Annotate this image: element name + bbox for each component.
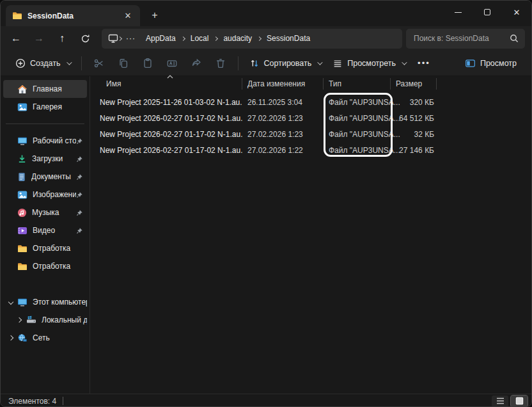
sidebar-item-desktop[interactable]: Рабочий стол — [3, 132, 87, 150]
sidebar-item-downloads[interactable]: Загрузки — [3, 150, 87, 168]
search-placeholder: Поиск в: SessionData — [414, 34, 510, 43]
sidebar-item-music[interactable]: Музыка — [3, 204, 87, 221]
back-button[interactable]: ← — [4, 29, 27, 48]
maximize-button[interactable] — [473, 1, 502, 24]
command-bar: Создать Сортировать Просмотр — [1, 51, 531, 76]
search-input[interactable]: Поиск в: SessionData — [406, 29, 525, 49]
sidebar-item-this-pc[interactable]: Этот компьютер — [3, 293, 87, 311]
rename-button[interactable] — [160, 54, 184, 73]
new-tab-button[interactable]: + — [146, 7, 163, 24]
sidebar-item-otrabotka-2[interactable]: Отработка — [3, 257, 87, 275]
sidebar-item-local-disk[interactable]: Локальный диск — [3, 311, 87, 329]
refresh-button[interactable] — [74, 29, 97, 48]
sort-button[interactable]: Сортировать — [244, 54, 327, 72]
video-icon — [17, 226, 27, 235]
new-button-label: Создать — [30, 59, 61, 68]
breadcrumb-overflow[interactable]: ··· — [121, 34, 140, 43]
more-options-button[interactable]: ••• — [411, 58, 437, 68]
sidebar-item-label: Сеть — [33, 333, 87, 342]
preview-button[interactable]: Просмотр — [459, 54, 522, 72]
file-type: Файл "AUP3UNSA... — [324, 114, 391, 123]
sidebar-item-pictures[interactable]: Изображения — [3, 186, 87, 204]
downloads-icon — [17, 154, 27, 164]
breadcrumb-appdata[interactable]: AppData — [140, 34, 182, 43]
new-button[interactable]: Создать — [10, 54, 76, 72]
pin-icon — [76, 209, 83, 216]
minimize-button[interactable] — [443, 1, 473, 24]
home-icon — [17, 84, 27, 94]
file-date: 27.02.2026 1:23 — [242, 130, 324, 139]
sidebar-item-label: Музыка — [32, 208, 76, 217]
chevron-right-icon[interactable] — [17, 317, 22, 323]
column-header-size[interactable]: Размер — [391, 78, 437, 90]
pin-icon — [76, 173, 83, 180]
sidebar-item-documents[interactable]: Документы — [3, 168, 87, 186]
navigation-bar: ← → ↑ ··· AppData Local audacity Session… — [1, 26, 531, 51]
sidebar-item-gallery[interactable]: Галерея — [3, 98, 87, 116]
breadcrumb-audacity[interactable]: audacity — [217, 34, 258, 43]
sidebar-item-home[interactable]: Главная — [3, 80, 87, 98]
explorer-tab[interactable]: SessionData ✕ — [6, 5, 140, 26]
file-type: Файл "AUP3UNSA... — [324, 146, 391, 155]
sidebar-item-videos[interactable]: Видео — [3, 221, 87, 239]
share-button[interactable] — [184, 54, 208, 73]
view-toggles — [492, 395, 528, 407]
file-name-cell: New Project 2026-02-27 01-17-02 N-1.au..… — [90, 130, 242, 139]
toolbar-divider — [238, 56, 239, 70]
pictures-icon — [17, 190, 27, 200]
up-button[interactable]: ↑ — [51, 29, 74, 48]
column-header-name[interactable]: Имя — [90, 78, 242, 90]
sort-icon — [249, 58, 260, 68]
rename-icon — [166, 58, 178, 69]
sidebar-item-label: Главная — [33, 84, 87, 93]
sidebar-item-label: Этот компьютер — [33, 298, 87, 307]
close-button[interactable]: ✕ — [502, 1, 531, 24]
view-button[interactable]: Просмотреть — [327, 54, 411, 72]
file-name: New Project 2026-02-27 01-17-02 N-1.au..… — [100, 114, 242, 123]
large-icons-view-button[interactable] — [511, 395, 528, 407]
minimize-icon — [455, 12, 462, 13]
file-date: 26.11.2025 3:04 — [242, 98, 324, 107]
file-name: New Project 2026-02-27 01-17-02 N-1.au..… — [100, 130, 242, 139]
cut-icon — [93, 58, 105, 69]
chevron-down-icon[interactable] — [8, 299, 13, 305]
file-row[interactable]: New Project 2026-02-27 01-17-02 N-1.au..… — [90, 142, 531, 158]
column-header-type[interactable]: Тип — [324, 78, 391, 90]
preview-button-label: Просмотр — [480, 59, 517, 68]
documents-icon — [17, 172, 26, 182]
details-view-button[interactable] — [492, 395, 508, 407]
window-controls: ✕ — [443, 1, 531, 24]
search-icon — [510, 34, 519, 43]
tab-close-button[interactable]: ✕ — [121, 9, 135, 23]
large-icons-view-icon — [515, 397, 524, 405]
folder-icon — [17, 262, 27, 271]
sidebar-item-otrabotka-1[interactable]: Отработка — [3, 239, 87, 257]
chevron-right-icon[interactable] — [8, 335, 13, 340]
breadcrumb-sessiondata[interactable]: SessionData — [261, 34, 316, 43]
sidebar: Главная Галерея Рабочий стол Загрузки До… — [1, 76, 90, 394]
disk-icon — [26, 315, 36, 324]
paste-icon — [142, 58, 153, 69]
sidebar-item-network[interactable]: Сеть — [3, 329, 87, 347]
delete-button[interactable] — [208, 54, 233, 73]
file-date: 27.02.2026 1:22 — [242, 146, 324, 155]
copy-button[interactable] — [111, 54, 136, 73]
pin-icon — [76, 191, 83, 198]
cut-button[interactable] — [87, 54, 111, 73]
forward-button[interactable]: → — [27, 29, 51, 48]
file-name-cell: New Project 2026-02-27 01-17-02 N-1.au..… — [90, 146, 242, 155]
file-row[interactable]: New Project 2025-11-26 01-03-02 N-1.au..… — [90, 94, 531, 110]
column-header-date[interactable]: Дата изменения — [242, 78, 324, 90]
trash-icon — [215, 58, 226, 69]
address-bar[interactable]: ··· AppData Local audacity SessionData — [102, 29, 402, 49]
file-row[interactable]: New Project 2026-02-27 01-17-02 N-1.au..… — [90, 126, 531, 142]
view-button-label: Просмотреть — [347, 59, 396, 68]
file-size: 320 КБ — [391, 98, 437, 107]
plus-circle-icon — [15, 58, 26, 68]
paste-button[interactable] — [136, 54, 160, 73]
file-name: New Project 2026-02-27 01-17-02 N-1.au..… — [100, 146, 242, 155]
sidebar-divider — [6, 124, 84, 124]
breadcrumb-local[interactable]: Local — [185, 34, 215, 43]
file-row[interactable]: New Project 2026-02-27 01-17-02 N-1.au..… — [90, 110, 531, 126]
gallery-icon — [17, 102, 27, 112]
